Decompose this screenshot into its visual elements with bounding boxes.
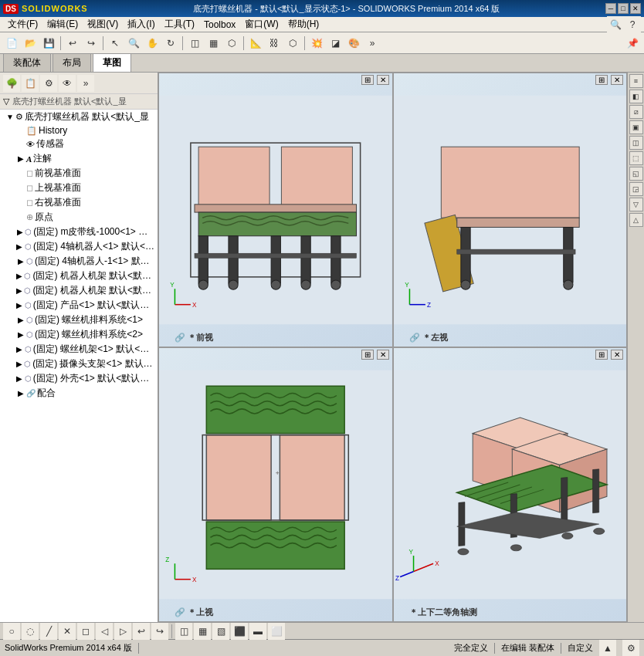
annotations-expander[interactable]: ▶ <box>15 154 26 163</box>
root-expander[interactable]: ▼ <box>5 113 15 121</box>
zoom-button[interactable]: 🔍 <box>125 35 142 52</box>
view-front[interactable]: ◫ <box>186 35 203 52</box>
bt-btn-11[interactable]: ▦ <box>194 623 211 640</box>
bt-btn-5[interactable]: ◻ <box>77 623 94 640</box>
shell-expander[interactable]: ▶ <box>15 374 25 383</box>
tree-product[interactable]: ▶ ⬡ (固定) 产品<1> 默认<默认<默认 <box>0 298 158 313</box>
status-arrow[interactable]: ▲ <box>599 640 616 657</box>
bt-btn-7[interactable]: ▷ <box>114 623 131 640</box>
tree-sensors[interactable]: 👁 传感器 <box>0 137 158 151</box>
bt-btn-12[interactable]: ▧ <box>212 623 229 640</box>
tree-right-plane[interactable]: ◻ 右视基准面 <box>0 195 158 210</box>
open-button[interactable]: 📂 <box>22 35 39 52</box>
bt-btn-1[interactable]: ○ <box>3 623 20 640</box>
bt-btn-15[interactable]: ⬜ <box>268 623 285 640</box>
frame2-expander[interactable]: ▶ <box>15 286 25 295</box>
menu-insert[interactable]: 插入(I) <box>123 16 159 32</box>
rt-btn-7[interactable]: ◱ <box>629 167 643 181</box>
mates-expander[interactable]: ▶ <box>15 389 26 397</box>
tree-screw2[interactable]: ▶ ⬡ (固定) 螺丝机排料系统<2> <box>0 327 158 342</box>
menu-view[interactable]: 视图(V) <box>83 16 123 32</box>
tree-root[interactable]: ▼ ⚙ 底壳打螺丝机器 默认<默认_显 <box>0 110 158 124</box>
frame1-expander[interactable]: ▶ <box>15 272 25 280</box>
more-icon[interactable]: » <box>77 75 94 92</box>
save-button[interactable]: 💾 <box>40 35 57 52</box>
tree-screw1[interactable]: ▶ ⬡ (固定) 螺丝机排料系统<1> <box>0 313 158 327</box>
measure-button[interactable]: 📐 <box>247 35 264 52</box>
pin-button[interactable]: 📌 <box>624 35 641 52</box>
bt-btn-9[interactable]: ↪ <box>151 623 168 640</box>
belt-expander[interactable]: ▶ <box>15 228 25 236</box>
toolbar-more[interactable]: » <box>364 35 381 52</box>
mate-button[interactable]: ⛓ <box>266 35 283 52</box>
tree-robot1[interactable]: ▶ ⬡ (固定) 4轴机器人<1> 默认<默认 <box>0 239 158 254</box>
tree-origin[interactable]: ⊕ 原点 <box>0 210 158 225</box>
tree-mates[interactable]: ▶ 🔗 配合 <box>0 386 158 401</box>
display-icon[interactable]: 👁 <box>59 75 76 92</box>
bt-btn-2[interactable]: ◌ <box>22 623 39 640</box>
maximize-button[interactable]: □ <box>618 3 629 14</box>
feature-tree-icon[interactable]: 🌳 <box>3 75 20 92</box>
rt-btn-1[interactable]: ≡ <box>629 74 643 88</box>
tree-robot2[interactable]: ▶ ⬡ (固定) 4轴机器人-1<1> 默认< <box>0 254 158 269</box>
rt-btn-5[interactable]: ◫ <box>629 136 643 150</box>
camera-expander[interactable]: ▶ <box>14 360 24 368</box>
select-button[interactable]: ↖ <box>107 35 124 52</box>
config-icon[interactable]: ⚙ <box>40 75 57 92</box>
robot2-expander[interactable]: ▶ <box>15 257 26 265</box>
undo-button[interactable]: ↩ <box>64 35 81 52</box>
menu-tools[interactable]: 工具(T) <box>160 16 199 32</box>
product-expander[interactable]: ▶ <box>15 301 25 309</box>
rt-btn-9[interactable]: ▽ <box>629 198 643 211</box>
viewport-iso[interactable]: ⊞ ✕ <box>393 347 628 622</box>
tree-frame1[interactable]: ▶ ⬡ (固定) 机器人机架 默认<默认_按 <box>0 269 158 283</box>
component-button[interactable]: ⬡ <box>284 35 301 52</box>
view-options[interactable]: ▦ <box>205 35 222 52</box>
tree-screwframe[interactable]: ▶ ⬡ (固定) 螺丝机架<1> 默认<默认< <box>0 342 158 357</box>
rt-btn-10[interactable]: △ <box>629 213 643 227</box>
robot1-expander[interactable]: ▶ <box>15 242 25 251</box>
rt-btn-3[interactable]: ⧄ <box>629 105 643 119</box>
tree-frame2[interactable]: ▶ ⬡ (固定) 机器人机架 默认<默认_按 <box>0 283 158 298</box>
rt-btn-6[interactable]: ⬚ <box>629 151 643 165</box>
tree-belt[interactable]: ▶ ⬡ (固定) m皮带线-1000<1> 默认< <box>0 225 158 239</box>
close-button[interactable]: ✕ <box>630 3 641 14</box>
tree-camera[interactable]: ▶ ⬡ (固定) 摄像头支架<1> 默认<默认 <box>0 357 158 371</box>
tree-annotations[interactable]: ▶ A 注解 <box>0 151 158 166</box>
bt-btn-6[interactable]: ◁ <box>96 623 113 640</box>
explode-button[interactable]: 💥 <box>308 35 325 52</box>
appearance-button[interactable]: 🎨 <box>345 35 362 52</box>
help-icon[interactable]: ? <box>624 16 641 33</box>
tree-history[interactable]: 📋 History <box>0 124 158 137</box>
menu-toolbox[interactable]: Toolbox <box>199 18 240 32</box>
search-button[interactable]: 🔍 <box>607 16 624 33</box>
tab-assembly[interactable]: 装配体 <box>3 53 51 72</box>
screw2-expander[interactable]: ▶ <box>15 330 26 339</box>
menu-window[interactable]: 窗口(W) <box>240 16 283 32</box>
tree-shell[interactable]: ▶ ⬡ (固定) 外壳<1> 默认<默认<默认 <box>0 371 158 386</box>
display-mode[interactable]: ⬡ <box>223 35 240 52</box>
rt-btn-8[interactable]: ◲ <box>629 182 643 196</box>
rt-btn-2[interactable]: ◧ <box>629 90 643 103</box>
tab-layout[interactable]: 布局 <box>53 53 91 72</box>
rotate-button[interactable]: ↻ <box>162 35 179 52</box>
bt-btn-4[interactable]: ✕ <box>59 623 76 640</box>
viewport-left[interactable]: ⊞ ✕ <box>393 73 628 347</box>
menu-edit[interactable]: 编辑(E) <box>42 16 83 32</box>
tab-drawing[interactable]: 草图 <box>93 53 131 72</box>
section-view[interactable]: ◪ <box>327 35 344 52</box>
properties-icon[interactable]: 📋 <box>22 75 39 92</box>
tree-top-plane[interactable]: ◻ 上视基准面 <box>0 181 158 195</box>
redo-button[interactable]: ↪ <box>83 35 100 52</box>
screw1-expander[interactable]: ▶ <box>15 316 26 324</box>
bt-btn-8[interactable]: ↩ <box>133 623 150 640</box>
status-settings[interactable]: ⚙ <box>622 640 639 657</box>
bt-btn-13[interactable]: ⬛ <box>231 623 248 640</box>
new-button[interactable]: 📄 <box>3 35 20 52</box>
bt-btn-14[interactable]: ▬ <box>249 623 266 640</box>
bt-btn-3[interactable]: ╱ <box>40 623 57 640</box>
viewport-front[interactable]: ⊞ ✕ <box>158 73 393 347</box>
rt-btn-4[interactable]: ▣ <box>629 120 643 134</box>
tree-front-plane[interactable]: ◻ 前视基准面 <box>0 166 158 181</box>
pan-button[interactable]: ✋ <box>144 35 161 52</box>
